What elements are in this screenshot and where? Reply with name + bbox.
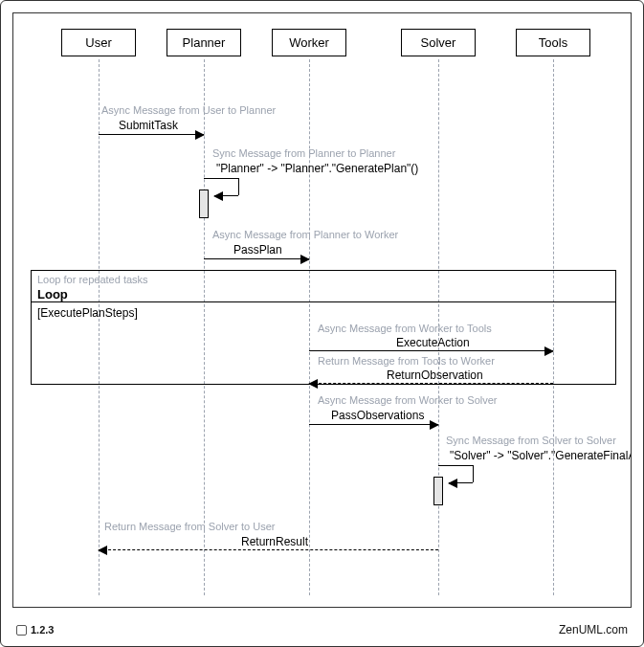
- actor-tools: Tools: [516, 29, 590, 56]
- arrow-user-to-planner: [99, 134, 204, 135]
- message-generate-final: "Solver" -> "Solver"."GenerateFinalAn: [450, 449, 631, 462]
- selfcall-planner-top: [204, 178, 238, 179]
- selfcall-planner-down: [238, 178, 239, 195]
- selfcall-solver-back: [449, 482, 473, 483]
- actor-user: User: [61, 29, 136, 56]
- credit-label: ZenUML.com: [559, 623, 628, 636]
- actor-solver: Solver: [401, 29, 476, 56]
- version-toggle[interactable]: 1.2.3: [16, 624, 54, 636]
- arrow-worker-to-solver: [309, 424, 438, 425]
- loop-title: Loop for repeated tasks: [37, 274, 148, 285]
- footer: 1.2.3 ZenUML.com: [16, 623, 628, 636]
- activation-solver: [433, 477, 443, 505]
- actor-worker: Worker: [272, 29, 346, 56]
- actor-planner: Planner: [167, 29, 241, 56]
- loop-condition: [ExecutePlanSteps]: [37, 306, 138, 320]
- loop-label: Loop: [37, 287, 68, 301]
- arrow-solver-to-user: [99, 549, 438, 550]
- arrow-worker-to-tools: [309, 350, 553, 351]
- annotation-5: Return Message from Tools to Worker: [318, 355, 495, 367]
- checkbox-icon: [16, 625, 27, 636]
- selfcall-solver-down: [473, 465, 474, 482]
- message-return-observation: ReturnObservation: [387, 368, 483, 382]
- diagram-inner: User Planner Worker Solver Tools Async M…: [12, 12, 632, 608]
- version-label: 1.2.3: [31, 624, 54, 636]
- message-generate-plan: "Planner" -> "Planner"."GeneratePlan"(): [216, 162, 418, 175]
- annotation-3: Async Message from Planner to Worker: [212, 229, 398, 240]
- actor-tools-label: Tools: [539, 35, 567, 50]
- annotation-7: Sync Message from Solver to Solver: [446, 435, 616, 446]
- selfcall-solver-top: [438, 465, 473, 466]
- annotation-6: Async Message from Worker to Solver: [318, 394, 497, 406]
- actor-solver-label: Solver: [421, 35, 456, 50]
- actor-planner-label: Planner: [183, 35, 226, 50]
- actor-user-label: User: [85, 35, 111, 50]
- actor-worker-label: Worker: [289, 35, 329, 50]
- activation-planner: [199, 190, 209, 218]
- message-return-result: ReturnResult: [241, 535, 308, 548]
- annotation-8: Return Message from Solver to User: [104, 521, 276, 532]
- arrow-tools-to-worker: [309, 383, 553, 384]
- selfcall-planner-back: [214, 195, 238, 196]
- sequence-canvas: User Planner Worker Solver Tools Async M…: [13, 13, 631, 607]
- annotation-2: Sync Message from Planner to Planner: [212, 147, 395, 159]
- message-execute-action: ExecuteAction: [396, 336, 470, 349]
- message-pass-plan: PassPlan: [233, 243, 282, 257]
- message-submit-task: SubmitTask: [119, 119, 178, 132]
- loop-divider: [32, 301, 615, 302]
- annotation-4: Async Message from Worker to Tools: [318, 323, 492, 334]
- arrow-planner-to-worker: [204, 258, 309, 259]
- message-pass-observations: PassObservations: [331, 409, 424, 422]
- annotation-1: Async Message from User to Planner: [101, 104, 276, 116]
- diagram-frame: User Planner Worker Solver Tools Async M…: [0, 0, 644, 647]
